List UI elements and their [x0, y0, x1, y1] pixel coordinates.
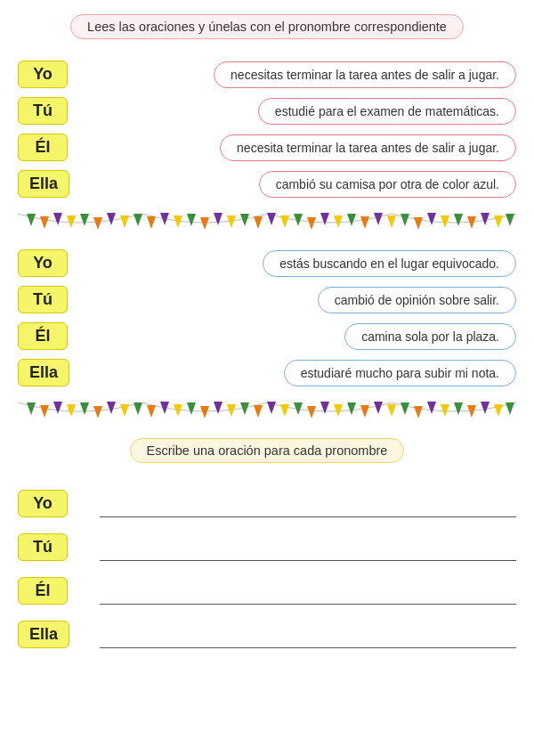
svg-marker-51: [214, 402, 222, 414]
svg-marker-53: [240, 402, 249, 415]
section-2: Yo estás buscando en el lugar equivocado…: [18, 249, 516, 386]
svg-marker-12: [187, 214, 196, 226]
svg-marker-18: [267, 213, 276, 225]
svg-marker-31: [441, 215, 449, 228]
svg-marker-46: [147, 405, 156, 418]
svg-marker-66: [414, 406, 423, 419]
match-row-4: Ella cambió su camisa por otra de color …: [18, 170, 516, 198]
svg-marker-44: [120, 404, 129, 417]
svg-marker-30: [427, 213, 436, 225]
svg-marker-72: [494, 404, 503, 417]
pronoun-ella-3: Ella: [18, 621, 69, 648]
sentence-1: necesitas terminar la tarea antes de sal…: [214, 61, 516, 88]
garland-2: [18, 395, 516, 427]
write-row-tu: Tú: [18, 533, 516, 561]
svg-marker-5: [93, 217, 102, 230]
svg-marker-17: [254, 216, 263, 229]
svg-marker-69: [454, 402, 463, 415]
svg-marker-59: [320, 402, 329, 414]
svg-marker-32: [454, 214, 463, 226]
sentence-5: estás buscando en el lugar equivocado.: [263, 250, 516, 277]
pronoun-el-1: Él: [18, 134, 68, 161]
write-row-ella: Ella: [18, 621, 516, 648]
svg-marker-27: [387, 215, 396, 228]
svg-marker-71: [481, 402, 490, 414]
svg-marker-1: [40, 216, 49, 229]
svg-marker-62: [360, 405, 369, 418]
svg-marker-61: [347, 402, 356, 415]
pronoun-yo-2: Yo: [18, 249, 68, 277]
pronoun-tu-1: Tú: [18, 97, 68, 125]
write-row-yo: Yo: [18, 490, 516, 517]
svg-marker-56: [280, 404, 289, 417]
sentence-6: cambió de opinión sobre salir.: [318, 287, 516, 313]
svg-marker-29: [414, 217, 423, 230]
pronoun-tu-2: Tú: [18, 286, 68, 313]
svg-marker-6: [107, 213, 116, 225]
svg-marker-43: [107, 402, 116, 414]
svg-marker-63: [374, 402, 383, 414]
svg-marker-4: [80, 214, 89, 226]
svg-marker-13: [200, 217, 209, 230]
svg-marker-68: [441, 404, 449, 417]
match-row-5: Yo estás buscando en el lugar equivocado…: [18, 249, 516, 277]
svg-marker-9: [147, 216, 156, 229]
svg-marker-54: [254, 405, 263, 418]
svg-marker-22: [320, 213, 329, 225]
match-row-8: Ella estudiaré mucho para subir mi nota.: [18, 359, 516, 386]
svg-marker-73: [506, 402, 514, 415]
pronoun-ella-2: Ella: [18, 359, 69, 386]
match-row-1: Yo necesitas terminar la tarea antes de …: [18, 61, 516, 88]
svg-marker-3: [67, 215, 76, 228]
write-row-el: Él: [18, 577, 516, 605]
svg-marker-50: [200, 406, 209, 419]
match-row-3: Él necesita terminar la tarea antes de s…: [18, 134, 516, 161]
svg-marker-23: [334, 215, 343, 228]
svg-marker-24: [347, 214, 356, 226]
svg-marker-64: [387, 404, 396, 417]
pronoun-el-2: Él: [18, 322, 68, 350]
svg-marker-40: [67, 404, 76, 417]
instruction-2: Escribe una oración para cada pronombre: [130, 438, 405, 463]
svg-marker-45: [134, 402, 142, 415]
svg-marker-33: [467, 216, 476, 229]
svg-marker-28: [400, 214, 409, 226]
sentence-3: necesita terminar la tarea antes de sali…: [220, 134, 516, 161]
svg-marker-21: [307, 217, 316, 230]
write-input-ella[interactable]: [100, 630, 516, 648]
match-row-7: Él camina sola por la plaza.: [18, 322, 516, 350]
sentence-4: cambió su camisa por otra de color azul.: [259, 171, 516, 198]
sentence-8: estudiaré mucho para subir mi nota.: [284, 360, 516, 386]
svg-marker-7: [120, 215, 129, 228]
match-row-6: Tú cambió de opinión sobre salir.: [18, 286, 516, 313]
svg-marker-41: [80, 402, 89, 415]
sentence-7: camina sola por la plaza.: [344, 323, 516, 350]
pronoun-yo-3: Yo: [18, 490, 68, 517]
match-row-2: Tú estudié para el examen de matemáticas…: [18, 97, 516, 125]
svg-marker-0: [27, 214, 36, 226]
svg-marker-26: [374, 213, 383, 225]
write-input-tu[interactable]: [100, 543, 516, 561]
write-input-el[interactable]: [100, 587, 516, 605]
svg-marker-16: [240, 214, 249, 226]
svg-marker-38: [40, 405, 49, 418]
svg-marker-67: [427, 402, 436, 414]
svg-marker-19: [280, 215, 289, 228]
write-input-yo[interactable]: [100, 500, 516, 517]
section-1: Yo necesitas terminar la tarea antes de …: [18, 61, 516, 198]
svg-marker-65: [400, 402, 409, 415]
instruction-1: Lees las oraciones y únelas con el prono…: [70, 14, 464, 39]
svg-marker-39: [53, 402, 62, 414]
svg-marker-36: [506, 214, 514, 226]
pronoun-ella-1: Ella: [18, 170, 69, 198]
section-3: Yo Tú Él Ella: [18, 490, 516, 648]
svg-marker-25: [360, 216, 369, 229]
svg-marker-2: [53, 213, 62, 225]
sentence-2: estudié para el examen de matemáticas.: [258, 98, 516, 125]
svg-marker-60: [334, 404, 343, 417]
svg-marker-58: [307, 406, 316, 419]
svg-marker-55: [267, 402, 276, 414]
svg-marker-42: [93, 406, 102, 419]
svg-marker-70: [467, 405, 476, 418]
pronoun-yo-1: Yo: [18, 61, 68, 88]
